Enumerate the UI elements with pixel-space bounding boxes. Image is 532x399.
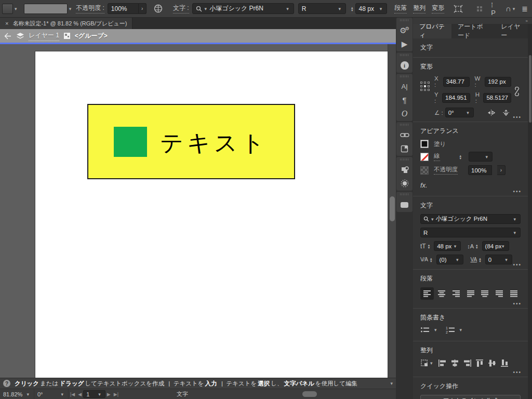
bullet-list-button[interactable] bbox=[420, 326, 430, 334]
stroke-color-swatch[interactable] bbox=[420, 153, 429, 161]
flip-vertical-icon[interactable] bbox=[502, 109, 510, 116]
canvas-viewport[interactable]: テキスト bbox=[0, 44, 388, 378]
character-label[interactable]: 文字 : bbox=[173, 4, 189, 14]
cc-libraries-link-icon[interactable] bbox=[400, 131, 409, 139]
align-vertical-center-button[interactable] bbox=[488, 359, 497, 367]
font-size-input[interactable]: 48 px ▾ bbox=[355, 3, 388, 14]
unlink-dimensions-icon[interactable] bbox=[513, 87, 521, 118]
more-options-icon[interactable]: ••• bbox=[513, 371, 522, 374]
play-actions-icon[interactable]: ▶ bbox=[402, 40, 408, 48]
opentype-panel-icon[interactable]: O bbox=[402, 110, 408, 118]
character-panel-icon[interactable]: A| bbox=[401, 83, 407, 91]
leading-input[interactable]: (84 px ▾ bbox=[482, 241, 509, 251]
drag-grip[interactable] bbox=[400, 124, 409, 126]
align-to-artboard-dropdown[interactable]: ▾ bbox=[420, 359, 434, 367]
paragraph-panel-icon[interactable]: ¶ bbox=[402, 96, 406, 104]
opacity-expand-button[interactable]: › bbox=[139, 3, 147, 14]
align-horizontal-left-button[interactable] bbox=[438, 359, 447, 367]
justify-all-button[interactable] bbox=[507, 287, 521, 300]
font-family-input[interactable]: ▾ 小塚ゴシック Pr6N ▾ bbox=[192, 3, 294, 14]
angle-select[interactable]: 0° ▾ bbox=[445, 108, 474, 117]
stroke-width-stepper[interactable]: ▴▾ bbox=[460, 154, 462, 159]
libraries-book-icon[interactable] bbox=[401, 144, 408, 153]
panel-font-family-input[interactable]: ▾ 小塚ゴシック Pr6N ▾ bbox=[420, 214, 521, 224]
panel-font-style-select[interactable]: R ▾ bbox=[420, 228, 521, 237]
kerning-stepper[interactable]: ▴▾ bbox=[430, 257, 432, 262]
tab-layers[interactable]: レイヤー bbox=[495, 24, 528, 38]
close-icon[interactable]: × bbox=[5, 20, 8, 26]
canvas-vertical-scrollbar[interactable] bbox=[388, 44, 396, 378]
magnet-snap-icon[interactable]: ∩▾ bbox=[506, 4, 516, 13]
transform-link[interactable]: 変形 bbox=[432, 4, 444, 14]
panel-font-size-input[interactable]: 48 px ▾ bbox=[434, 241, 461, 251]
more-options-icon[interactable]: ••• bbox=[513, 302, 522, 305]
stroke-profile-dropdown[interactable] bbox=[24, 4, 68, 14]
align-vertical-top-button[interactable] bbox=[475, 359, 484, 367]
shape-builder-icon[interactable] bbox=[401, 166, 409, 174]
panel-scroll-thumb[interactable] bbox=[529, 55, 531, 123]
drag-grip[interactable] bbox=[400, 54, 409, 56]
collapse-right-icon[interactable]: » bbox=[526, 19, 528, 23]
canvas-text-object[interactable]: テキスト bbox=[160, 128, 268, 158]
align-horizontal-center-button[interactable] bbox=[450, 359, 459, 367]
stroke-label[interactable]: 線 bbox=[434, 152, 440, 161]
back-arrow-icon[interactable] bbox=[4, 33, 12, 39]
snap-to-glyph-icon[interactable]: ⁞P bbox=[491, 1, 497, 17]
more-options-icon[interactable]: ••• bbox=[513, 190, 522, 193]
y-input[interactable]: 184.951 bbox=[442, 93, 470, 103]
document-tab[interactable]: × 名称未設定-1* @ 81.82 % (RGB/プレビュー) bbox=[0, 18, 132, 29]
opacity-label[interactable]: 不透明度 : bbox=[76, 4, 104, 14]
numbered-list-button[interactable]: 12 bbox=[446, 326, 455, 334]
artboard[interactable]: テキスト bbox=[35, 51, 388, 378]
align-center-button[interactable] bbox=[435, 287, 448, 300]
font-style-select[interactable]: R ▾ bbox=[298, 3, 346, 14]
h-input[interactable]: 58.5127 bbox=[483, 93, 511, 103]
reference-point-selector[interactable] bbox=[420, 82, 430, 118]
leading-stepper[interactable]: ▴▾ bbox=[476, 244, 478, 249]
zoom-level-select[interactable]: 81.82% ▾ bbox=[0, 389, 34, 399]
fill-label[interactable]: 塗り bbox=[434, 140, 446, 148]
more-options-icon[interactable]: ••• bbox=[513, 263, 522, 267]
align-left-button[interactable] bbox=[420, 287, 434, 300]
breadcrumb-layer[interactable]: レイヤー 1 bbox=[29, 31, 59, 41]
recolor-artwork-icon[interactable] bbox=[154, 4, 163, 13]
panel-font-size-stepper[interactable]: ▴▾ bbox=[428, 244, 430, 249]
artboard-number-select[interactable]: 1 ▾ bbox=[83, 390, 105, 398]
breadcrumb-group[interactable]: <グループ> bbox=[75, 32, 108, 41]
more-options-icon[interactable]: ••• bbox=[513, 116, 522, 119]
tracking-input[interactable]: 0 ▾ bbox=[485, 255, 512, 264]
w-input[interactable]: 192 px bbox=[485, 77, 511, 87]
justify-last-left-button[interactable] bbox=[464, 287, 477, 300]
comments-icon[interactable] bbox=[401, 201, 408, 209]
justify-last-right-button[interactable] bbox=[493, 287, 506, 300]
drag-grip[interactable] bbox=[400, 19, 409, 21]
chevron-down-icon[interactable]: ▾ bbox=[390, 381, 393, 386]
yellow-rectangle-object[interactable]: テキスト bbox=[87, 104, 295, 179]
tab-artboards[interactable]: アートボード bbox=[451, 24, 495, 38]
effects-fx-button[interactable]: fx. bbox=[420, 181, 428, 189]
drag-grip[interactable] bbox=[400, 75, 409, 77]
drag-grip[interactable] bbox=[400, 193, 409, 195]
align-link[interactable]: 整列 bbox=[413, 4, 425, 14]
tab-properties[interactable]: プロパティ bbox=[413, 24, 451, 38]
kerning-input[interactable]: (0) ▾ bbox=[436, 255, 463, 264]
green-square-object[interactable] bbox=[114, 127, 147, 157]
align-horizontal-right-button[interactable] bbox=[463, 359, 472, 367]
tracking-stepper[interactable]: ▴▾ bbox=[479, 257, 481, 262]
chevron-down-icon[interactable]: ▾ bbox=[69, 6, 72, 11]
rotation-select[interactable]: 0° ▾ bbox=[34, 389, 69, 399]
vertical-scroll-thumb[interactable] bbox=[390, 196, 395, 221]
chevron-down-icon[interactable]: ▾ bbox=[460, 327, 462, 332]
create-outlines-button[interactable]: アウトラインを作成 bbox=[420, 395, 521, 399]
panel-scrollbar[interactable] bbox=[528, 24, 532, 399]
drag-grip[interactable] bbox=[400, 158, 409, 161]
opacity-input[interactable]: 100% bbox=[108, 3, 139, 14]
document-info-icon[interactable]: i bbox=[401, 61, 409, 70]
justify-last-center-button[interactable] bbox=[478, 287, 491, 300]
flip-horizontal-icon[interactable] bbox=[487, 110, 495, 116]
appearance-sun-icon[interactable] bbox=[401, 179, 409, 188]
align-vertical-bottom-button[interactable] bbox=[500, 359, 509, 367]
x-input[interactable]: 348.77 bbox=[443, 77, 470, 87]
stroke-width-input[interactable]: ▾ bbox=[469, 152, 493, 162]
fill-swatch[interactable] bbox=[2, 4, 13, 14]
